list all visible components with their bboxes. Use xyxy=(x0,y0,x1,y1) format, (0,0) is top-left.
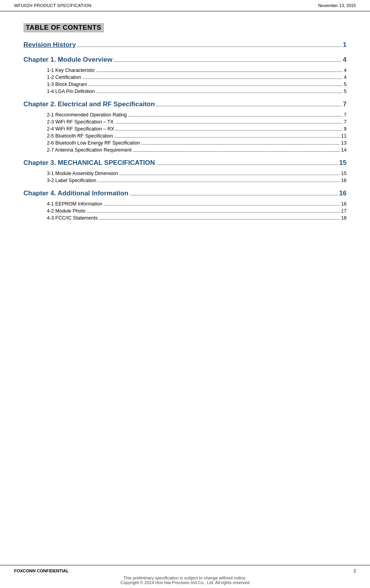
chapter-section-1: Chapter 1. Module Overview41-1 Key Chara… xyxy=(23,56,347,94)
sub-page: 14 xyxy=(341,147,347,153)
list-item: 4-1 EEPROM Information16 xyxy=(47,201,347,207)
sub-page: 15 xyxy=(341,171,347,176)
sub-page: 16 xyxy=(341,178,347,183)
chapter-page-4: 16 xyxy=(339,189,347,197)
sub-page: 5 xyxy=(344,82,347,87)
sub-page: 4 xyxy=(344,75,347,80)
sub-page: 7 xyxy=(344,112,347,118)
sub-label[interactable]: 1-4 LGA Pin Definition xyxy=(47,89,95,94)
chapter-dots-4 xyxy=(130,195,338,195)
sub-page: 7 xyxy=(344,119,347,125)
revision-page: 1 xyxy=(343,41,347,49)
chapter-entry-2: Chapter 2. Electrical and RF Specificait… xyxy=(23,100,347,108)
sub-dots xyxy=(97,71,342,72)
sub-label[interactable]: 2-5 Bluetooth RF Specification xyxy=(47,133,113,139)
sub-label[interactable]: 1-2 Certification xyxy=(47,75,81,80)
header-left: WFU02H PRODUCT SPECIFICATION xyxy=(14,3,91,8)
sub-page: 4 xyxy=(344,68,347,73)
sub-label[interactable]: 3-2 Label Specification xyxy=(47,178,96,183)
list-item: 2-3 WiFi RF Specification – TX7 xyxy=(47,119,347,125)
chapter-section-3: Chapter 3. MECHANICAL SPECIFICATION153-1… xyxy=(23,159,347,183)
sub-label[interactable]: 1-3 Block Diagram xyxy=(47,82,87,87)
chapter-label-1[interactable]: Chapter 1. Module Overview xyxy=(23,56,113,64)
chapter-section-4: Chapter 4. Additional Information164-1 E… xyxy=(23,189,347,221)
sub-page: 5 xyxy=(344,89,347,94)
sub-dots xyxy=(98,182,340,182)
footer-note1: This preliminary specification is subjec… xyxy=(14,575,356,585)
sub-dots xyxy=(141,144,340,145)
revision-entry: Revision History 1 xyxy=(23,41,347,49)
sub-page: 11 xyxy=(341,133,347,139)
chapter-dots-3 xyxy=(157,164,338,165)
chapter-label-2[interactable]: Chapter 2. Electrical and RF Specificait… xyxy=(23,100,155,108)
page-footer: FOXCONN CONFIDENTIAL 2 This preliminary … xyxy=(0,565,370,588)
sub-dots xyxy=(99,219,340,220)
sub-dots xyxy=(133,151,340,152)
sub-page: 16 xyxy=(341,201,347,207)
list-item: 1-4 LGA Pin Definition5 xyxy=(47,89,347,94)
sub-label[interactable]: 4-3 FCC/IC Statements xyxy=(47,215,98,221)
sub-label[interactable]: 2-3 WiFi RF Specification – TX xyxy=(47,119,114,125)
footer-page: 2 xyxy=(354,568,356,573)
sub-dots xyxy=(97,93,342,93)
sub-label[interactable]: 1-1 Key Characteristic xyxy=(47,68,95,73)
sub-dots xyxy=(87,212,340,213)
sub-dots xyxy=(89,86,342,86)
chapter-dots-1 xyxy=(114,61,341,62)
main-content: TABLE OF CONTENTS Revision History 1 Cha… xyxy=(0,11,370,250)
sub-entries-2: 2-1 Recommended Operation Rating72-3 WiF… xyxy=(47,112,347,153)
sub-label[interactable]: 2-4 WiFi RF Specification – RX xyxy=(47,126,114,132)
sub-dots xyxy=(83,79,343,79)
revision-label[interactable]: Revision History xyxy=(23,41,76,49)
footer-confidential: FOXCONN CONFIDENTIAL xyxy=(14,568,69,573)
chapters-container: Chapter 1. Module Overview41-1 Key Chara… xyxy=(23,56,347,221)
chapter-label-4[interactable]: Chapter 4. Additional Information xyxy=(23,189,129,197)
chapter-entry-3: Chapter 3. MECHANICAL SPECIFICATION15 xyxy=(23,159,347,167)
footer-top: FOXCONN CONFIDENTIAL 2 xyxy=(14,568,356,573)
chapter-page-3: 15 xyxy=(339,159,347,167)
list-item: 2-7 Antenna Specification Requirement14 xyxy=(47,147,347,153)
sub-entries-4: 4-1 EEPROM Information164-2 Module Photo… xyxy=(47,201,347,221)
sub-label[interactable]: 2-7 Antenna Specification Requirement xyxy=(47,147,132,153)
sub-label[interactable]: 4-1 EEPROM Information xyxy=(47,201,102,207)
sub-dots xyxy=(104,205,340,206)
list-item: 1-2 Certification4 xyxy=(47,75,347,80)
revision-dots xyxy=(77,46,341,47)
list-item: 2-6 Bluetooth Low Energy RF Specificatio… xyxy=(47,140,347,146)
list-item: 3-2 Label Specification16 xyxy=(47,178,347,183)
sub-label[interactable]: 3-1 Module Assembly Dimension xyxy=(47,171,118,176)
chapter-dots-2 xyxy=(156,106,341,106)
list-item: 4-2 Module Photo17 xyxy=(47,208,347,214)
sub-label[interactable]: 4-2 Module Photo xyxy=(47,208,86,214)
chapter-entry-4: Chapter 4. Additional Information16 xyxy=(23,189,347,197)
toc-title: TABLE OF CONTENTS xyxy=(23,23,104,32)
sub-dots xyxy=(115,123,342,123)
chapter-page-1: 4 xyxy=(343,56,347,64)
chapter-section-2: Chapter 2. Electrical and RF Specificait… xyxy=(23,100,347,153)
sub-dots xyxy=(128,116,342,116)
chapter-entry-1: Chapter 1. Module Overview4 xyxy=(23,56,347,64)
list-item: 4-3 FCC/IC Statements18 xyxy=(47,215,347,221)
sub-page: 13 xyxy=(341,140,347,146)
sub-dots xyxy=(120,175,340,175)
sub-dots xyxy=(116,130,342,130)
list-item: 2-1 Recommended Operation Rating7 xyxy=(47,112,347,118)
list-item: 1-3 Block Diagram5 xyxy=(47,82,347,87)
page-header: WFU02H PRODUCT SPECIFICATION November 13… xyxy=(0,0,370,11)
sub-page: 9 xyxy=(344,126,347,132)
sub-page: 17 xyxy=(341,208,347,214)
list-item: 1-1 Key Characteristic4 xyxy=(47,68,347,73)
header-right: November 13, 2015 xyxy=(318,3,356,8)
chapter-label-3[interactable]: Chapter 3. MECHANICAL SPECIFICATION xyxy=(23,159,155,167)
sub-page: 18 xyxy=(341,215,347,221)
list-item: 3-1 Module Assembly Dimension15 xyxy=(47,171,347,176)
list-item: 2-5 Bluetooth RF Specification11 xyxy=(47,133,347,139)
chapter-page-2: 7 xyxy=(343,100,347,108)
list-item: 2-4 WiFi RF Specification – RX9 xyxy=(47,126,347,132)
sub-entries-3: 3-1 Module Assembly Dimension153-2 Label… xyxy=(47,171,347,183)
sub-dots xyxy=(114,137,340,138)
sub-entries-1: 1-1 Key Characteristic41-2 Certification… xyxy=(47,68,347,94)
sub-label[interactable]: 2-1 Recommended Operation Rating xyxy=(47,112,127,118)
sub-label[interactable]: 2-6 Bluetooth Low Energy RF Specificatio… xyxy=(47,140,140,146)
